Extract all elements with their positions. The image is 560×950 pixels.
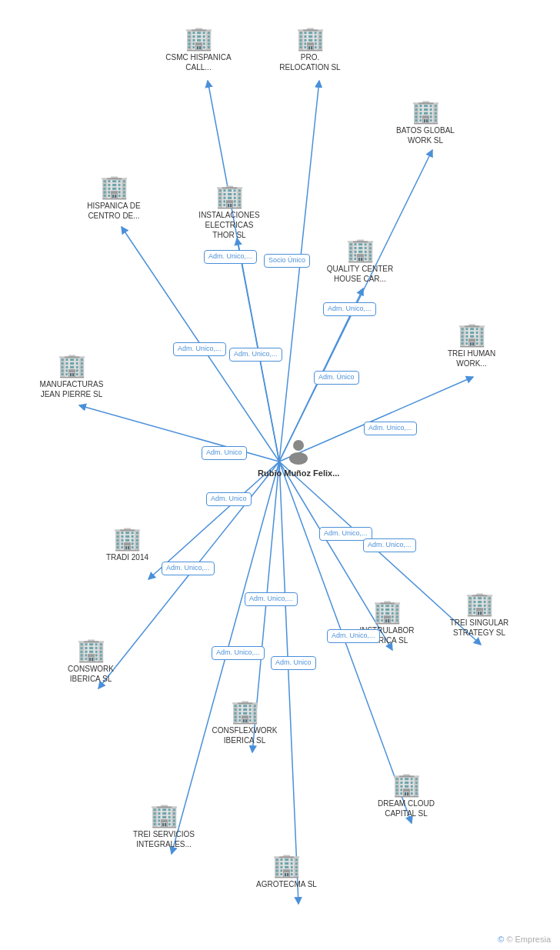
company-node-trei_singular[interactable]: 🏢TREI SINGULAR STRATEGY SL (445, 592, 514, 638)
svg-line-16 (279, 462, 298, 904)
svg-line-1 (208, 81, 279, 462)
company-node-trei_human[interactable]: 🏢TREI HUMAN WORK... (437, 323, 506, 368)
node-label: QUALITY CENTER HOUSE CAR... (325, 264, 395, 284)
node-label: CONSFLEXWORK IBERICA SL (210, 725, 279, 745)
node-label: TREI HUMAN WORK... (437, 348, 506, 368)
company-node-trei_servicios[interactable]: 🏢TREI SERVICIOS INTEGRALES... (129, 804, 198, 849)
company-node-consflexwork[interactable]: 🏢CONSFLEXWORK IBERICA SL (210, 700, 279, 745)
node-label: PRO. RELOCATION SL (275, 52, 345, 72)
node-label: TREI SINGULAR STRATEGY SL (445, 618, 514, 638)
building-icon: 🏢 (272, 854, 301, 877)
role-badge-5[interactable]: Adm. Único (314, 371, 359, 385)
role-badge-11[interactable]: Adm. Unico,... (363, 538, 416, 552)
company-node-tradi2014[interactable]: 🏢TRADI 2014 (106, 527, 148, 562)
company-node-instalaciones[interactable]: 🏢INSTALACIONES ELECTRICAS THOR SL (195, 185, 264, 240)
building-icon: 🏢 (58, 354, 86, 377)
role-badge-14[interactable]: Adm. Unico,... (212, 646, 265, 660)
role-badge-9[interactable]: Adm. Unico,... (162, 562, 215, 575)
building-icon: 🏢 (77, 638, 105, 662)
role-badge-4[interactable]: Adm. Unico,... (229, 348, 282, 362)
building-icon: 🏢 (113, 527, 142, 550)
node-label: DREAM CLOUD CAPITAL SL (372, 798, 441, 818)
building-icon: 🏢 (465, 592, 494, 615)
svg-line-2 (279, 81, 319, 462)
building-icon: 🏢 (392, 773, 421, 796)
node-label: CSMC HISPANICA CALL... (164, 52, 233, 72)
building-icon: 🏢 (231, 700, 259, 723)
company-node-manufacturas[interactable]: 🏢MANUFACTURAS JEAN PIERRE SL (37, 354, 106, 399)
node-label: BATOS GLOBAL WORK SL (391, 125, 460, 145)
center-label: Rubio Muñoz Felix... (258, 468, 339, 478)
company-node-quality[interactable]: 🏢QUALITY CENTER HOUSE CAR... (325, 238, 395, 284)
company-node-pro_relocation[interactable]: 🏢PRO. RELOCATION SL (275, 27, 345, 72)
node-label: INSTALACIONES ELECTRICAS THOR SL (195, 210, 264, 240)
building-icon: 🏢 (150, 804, 178, 827)
role-badge-1[interactable]: Socio Único (264, 254, 310, 268)
node-label: MANUFACTURAS JEAN PIERRE SL (37, 379, 106, 399)
building-icon: 🏢 (373, 600, 402, 623)
role-badge-6[interactable]: Adm. Unico,... (364, 422, 417, 435)
node-label: CONSWORK IBERICA SL (56, 664, 125, 684)
role-badge-2[interactable]: Adm. Unico,... (323, 302, 376, 316)
person-icon (285, 437, 312, 465)
role-badge-8[interactable]: Adm. Unico (206, 492, 252, 506)
role-badge-3[interactable]: Adm. Unico,... (173, 342, 226, 356)
building-icon: 🏢 (296, 27, 325, 50)
role-badge-13[interactable]: Adm. Unico,... (327, 629, 380, 643)
node-label: HISPANICA DE CENTRO DE... (79, 201, 148, 221)
company-node-agrotecma[interactable]: 🏢AGROTECMA SL (256, 854, 317, 889)
node-label: TRADI 2014 (106, 552, 148, 562)
building-icon: 🏢 (100, 175, 128, 198)
node-label: TREI SERVICIOS INTEGRALES... (129, 829, 198, 849)
svg-line-8 (79, 405, 279, 462)
company-node-conswork[interactable]: 🏢CONSWORK IBERICA SL (56, 638, 125, 684)
company-node-dream_cloud[interactable]: 🏢DREAM CLOUD CAPITAL SL (372, 773, 441, 818)
building-icon: 🏢 (346, 238, 375, 262)
company-node-csmc[interactable]: 🏢CSMC HISPANICA CALL... (164, 27, 233, 72)
svg-point-17 (293, 440, 304, 451)
building-icon: 🏢 (458, 323, 486, 346)
role-badge-15[interactable]: Adm. Unico (271, 656, 316, 670)
center-node[interactable]: Rubio Muñoz Felix... (258, 437, 339, 478)
role-badge-7[interactable]: Adm. Unico (202, 446, 247, 460)
building-icon: 🏢 (215, 185, 244, 208)
building-icon: 🏢 (412, 100, 440, 123)
role-badge-0[interactable]: Adm. Unico,... (204, 250, 257, 264)
graph-container: Rubio Muñoz Felix... © © Empresia 🏢CSMC … (0, 0, 560, 950)
company-node-batos[interactable]: 🏢BATOS GLOBAL WORK SL (391, 100, 460, 145)
role-badge-12[interactable]: Adm. Unico,... (245, 592, 298, 606)
watermark: © © Empresia (498, 935, 551, 944)
svg-point-18 (289, 452, 308, 465)
building-icon: 🏢 (185, 27, 213, 50)
company-node-hispanica[interactable]: 🏢HISPANICA DE CENTRO DE... (79, 175, 148, 221)
node-label: AGROTECMA SL (256, 879, 317, 889)
